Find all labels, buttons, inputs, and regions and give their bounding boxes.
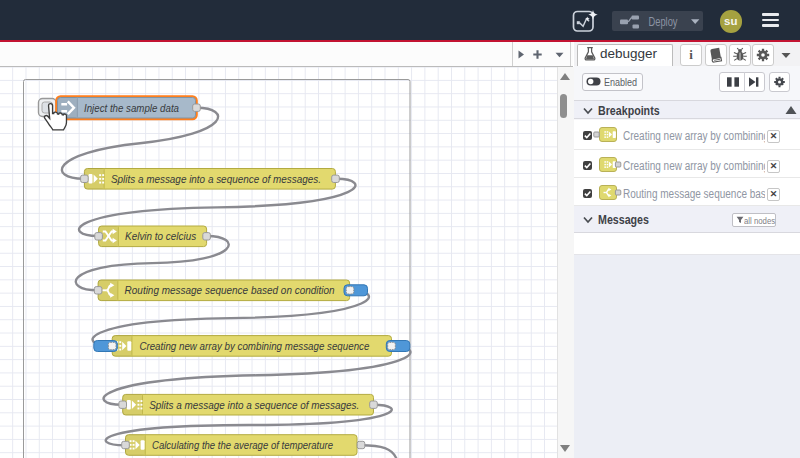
svg-text:Splits a message into a sequen: Splits a message into a sequence of mess… xyxy=(111,172,321,185)
svg-text:Creating new array by combinin: Creating new array by combining message … xyxy=(139,339,369,352)
svg-text:Kelvin to celcius: Kelvin to celcius xyxy=(125,229,196,242)
svg-text:Deploy: Deploy xyxy=(649,15,678,29)
svg-text:Calculating the the average of: Calculating the the average of temperatu… xyxy=(152,438,333,451)
svg-text:Splits a message into a sequen: Splits a message into a sequence of mess… xyxy=(149,398,359,411)
svg-text:Inject the sample data: Inject the sample data xyxy=(84,101,179,114)
svg-text:Routing message sequence based: Routing message sequence based on condit… xyxy=(125,283,335,296)
